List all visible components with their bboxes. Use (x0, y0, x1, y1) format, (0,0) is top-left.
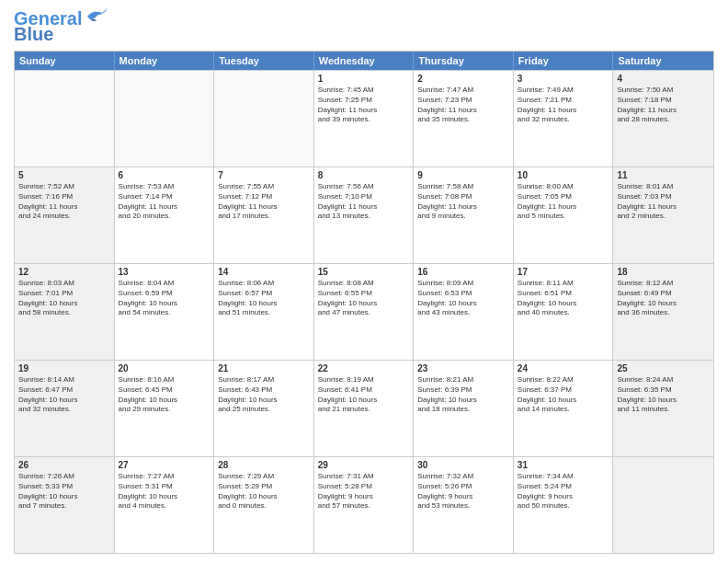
day-number: 11 (617, 170, 710, 180)
day-info: Sunrise: 7:29 AM Sunset: 5:29 PM Dayligh… (218, 472, 310, 511)
day-info: Sunrise: 8:22 AM Sunset: 6:37 PM Dayligh… (518, 375, 609, 415)
weekday-header-wednesday: Wednesday (314, 52, 415, 70)
day-cell-14: 14Sunrise: 8:06 AM Sunset: 6:57 PM Dayli… (214, 264, 314, 360)
day-info: Sunrise: 7:45 AM Sunset: 7:25 PM Dayligh… (318, 86, 410, 125)
day-cell-27: 27Sunrise: 7:27 AM Sunset: 5:31 PM Dayli… (115, 457, 215, 553)
day-cell-1: 1Sunrise: 7:45 AM Sunset: 7:25 PM Daylig… (314, 71, 415, 167)
weekday-header-sunday: Sunday (15, 52, 115, 70)
day-number: 16 (417, 267, 509, 277)
day-cell-empty-0-0 (15, 71, 115, 167)
day-cell-10: 10Sunrise: 8:00 AM Sunset: 7:05 PM Dayli… (514, 167, 614, 263)
day-cell-21: 21Sunrise: 8:17 AM Sunset: 6:43 PM Dayli… (214, 361, 314, 456)
day-number: 15 (318, 267, 410, 277)
day-info: Sunrise: 7:34 AM Sunset: 5:24 PM Dayligh… (518, 472, 609, 511)
day-number: 25 (617, 363, 710, 373)
day-number: 28 (218, 460, 310, 470)
day-info: Sunrise: 8:21 AM Sunset: 6:39 PM Dayligh… (417, 375, 509, 415)
day-info: Sunrise: 8:11 AM Sunset: 6:51 PM Dayligh… (518, 279, 609, 318)
day-number: 17 (518, 267, 609, 277)
day-number: 8 (318, 170, 410, 180)
calendar: SundayMondayTuesdayWednesdayThursdayFrid… (14, 51, 714, 554)
day-info: Sunrise: 7:52 AM Sunset: 7:16 PM Dayligh… (18, 182, 110, 222)
logo: General Blue (14, 9, 109, 45)
day-number: 21 (218, 363, 310, 373)
day-info: Sunrise: 8:24 AM Sunset: 6:35 PM Dayligh… (617, 375, 710, 415)
day-info: Sunrise: 8:00 AM Sunset: 7:05 PM Dayligh… (518, 182, 609, 222)
day-info: Sunrise: 7:26 AM Sunset: 5:33 PM Dayligh… (18, 472, 110, 511)
day-info: Sunrise: 8:03 AM Sunset: 7:01 PM Dayligh… (18, 279, 110, 318)
day-info: Sunrise: 7:27 AM Sunset: 5:31 PM Dayligh… (119, 472, 210, 511)
day-number: 26 (18, 460, 110, 470)
day-cell-9: 9Sunrise: 7:58 AM Sunset: 7:08 PM Daylig… (414, 167, 514, 263)
logo-blue: Blue (14, 24, 53, 45)
day-cell-empty-0-2 (214, 71, 314, 167)
header: General Blue (14, 9, 714, 45)
day-cell-31: 31Sunrise: 7:34 AM Sunset: 5:24 PM Dayli… (514, 457, 614, 553)
day-info: Sunrise: 8:08 AM Sunset: 6:55 PM Dayligh… (318, 279, 410, 318)
day-info: Sunrise: 8:16 AM Sunset: 6:45 PM Dayligh… (119, 375, 210, 415)
day-cell-30: 30Sunrise: 7:32 AM Sunset: 5:26 PM Dayli… (414, 457, 514, 553)
calendar-body: 1Sunrise: 7:45 AM Sunset: 7:25 PM Daylig… (15, 70, 713, 553)
weekday-header-thursday: Thursday (414, 52, 514, 70)
day-info: Sunrise: 7:53 AM Sunset: 7:14 PM Dayligh… (119, 182, 210, 222)
day-cell-28: 28Sunrise: 7:29 AM Sunset: 5:29 PM Dayli… (214, 457, 314, 553)
weekday-header-saturday: Saturday (613, 52, 713, 70)
day-cell-6: 6Sunrise: 7:53 AM Sunset: 7:14 PM Daylig… (115, 167, 215, 263)
day-cell-25: 25Sunrise: 8:24 AM Sunset: 6:35 PM Dayli… (613, 361, 713, 456)
day-number: 23 (417, 363, 509, 373)
day-info: Sunrise: 8:14 AM Sunset: 6:47 PM Dayligh… (18, 375, 110, 415)
day-cell-24: 24Sunrise: 8:22 AM Sunset: 6:37 PM Dayli… (514, 361, 614, 456)
day-info: Sunrise: 7:32 AM Sunset: 5:26 PM Dayligh… (417, 472, 509, 511)
day-cell-3: 3Sunrise: 7:49 AM Sunset: 7:21 PM Daylig… (514, 71, 614, 167)
day-info: Sunrise: 7:47 AM Sunset: 7:23 PM Dayligh… (417, 86, 509, 125)
day-cell-empty-0-1 (115, 71, 215, 167)
day-cell-23: 23Sunrise: 8:21 AM Sunset: 6:39 PM Dayli… (414, 361, 514, 456)
calendar-row-0: 1Sunrise: 7:45 AM Sunset: 7:25 PM Daylig… (15, 70, 713, 167)
day-number: 12 (18, 267, 110, 277)
day-info: Sunrise: 7:56 AM Sunset: 7:10 PM Dayligh… (318, 182, 410, 222)
day-number: 20 (119, 363, 210, 373)
day-cell-22: 22Sunrise: 8:19 AM Sunset: 6:41 PM Dayli… (314, 361, 415, 456)
day-cell-7: 7Sunrise: 7:55 AM Sunset: 7:12 PM Daylig… (214, 167, 314, 263)
day-info: Sunrise: 8:09 AM Sunset: 6:53 PM Dayligh… (417, 279, 509, 318)
day-number: 24 (518, 363, 609, 373)
day-number: 5 (18, 170, 110, 180)
page: General Blue SundayMondayTuesdayWednesda… (0, 0, 728, 563)
day-cell-15: 15Sunrise: 8:08 AM Sunset: 6:55 PM Dayli… (314, 264, 415, 360)
day-info: Sunrise: 8:19 AM Sunset: 6:41 PM Dayligh… (318, 375, 410, 415)
day-cell-4: 4Sunrise: 7:50 AM Sunset: 7:18 PM Daylig… (613, 71, 713, 167)
day-number: 29 (318, 460, 410, 470)
day-info: Sunrise: 7:58 AM Sunset: 7:08 PM Dayligh… (417, 182, 509, 222)
weekday-header-monday: Monday (115, 52, 215, 70)
day-info: Sunrise: 7:31 AM Sunset: 5:28 PM Dayligh… (318, 472, 410, 511)
calendar-row-2: 12Sunrise: 8:03 AM Sunset: 7:01 PM Dayli… (15, 263, 713, 360)
day-cell-11: 11Sunrise: 8:01 AM Sunset: 7:03 PM Dayli… (613, 167, 713, 263)
weekday-header-tuesday: Tuesday (214, 52, 314, 70)
day-number: 31 (518, 460, 609, 470)
day-number: 13 (119, 267, 210, 277)
day-cell-empty-4-6 (613, 457, 713, 553)
day-number: 3 (518, 74, 609, 84)
day-info: Sunrise: 8:04 AM Sunset: 6:59 PM Dayligh… (119, 279, 210, 318)
day-cell-17: 17Sunrise: 8:11 AM Sunset: 6:51 PM Dayli… (514, 264, 614, 360)
day-cell-2: 2Sunrise: 7:47 AM Sunset: 7:23 PM Daylig… (414, 71, 514, 167)
day-number: 4 (617, 74, 710, 84)
day-info: Sunrise: 7:50 AM Sunset: 7:18 PM Dayligh… (617, 86, 710, 125)
day-number: 10 (518, 170, 609, 180)
day-info: Sunrise: 7:49 AM Sunset: 7:21 PM Dayligh… (518, 86, 609, 125)
day-cell-19: 19Sunrise: 8:14 AM Sunset: 6:47 PM Dayli… (15, 361, 115, 456)
day-cell-13: 13Sunrise: 8:04 AM Sunset: 6:59 PM Dayli… (115, 264, 215, 360)
day-cell-5: 5Sunrise: 7:52 AM Sunset: 7:16 PM Daylig… (15, 167, 115, 263)
logo-bird-icon (84, 7, 109, 26)
day-number: 6 (119, 170, 210, 180)
day-cell-20: 20Sunrise: 8:16 AM Sunset: 6:45 PM Dayli… (115, 361, 215, 456)
day-cell-16: 16Sunrise: 8:09 AM Sunset: 6:53 PM Dayli… (414, 264, 514, 360)
day-number: 19 (18, 363, 110, 373)
calendar-row-1: 5Sunrise: 7:52 AM Sunset: 7:16 PM Daylig… (15, 167, 713, 263)
day-info: Sunrise: 7:55 AM Sunset: 7:12 PM Dayligh… (218, 182, 310, 222)
day-number: 7 (218, 170, 310, 180)
day-number: 22 (318, 363, 410, 373)
day-number: 27 (119, 460, 210, 470)
day-cell-18: 18Sunrise: 8:12 AM Sunset: 6:49 PM Dayli… (613, 264, 713, 360)
day-info: Sunrise: 8:17 AM Sunset: 6:43 PM Dayligh… (218, 375, 310, 415)
